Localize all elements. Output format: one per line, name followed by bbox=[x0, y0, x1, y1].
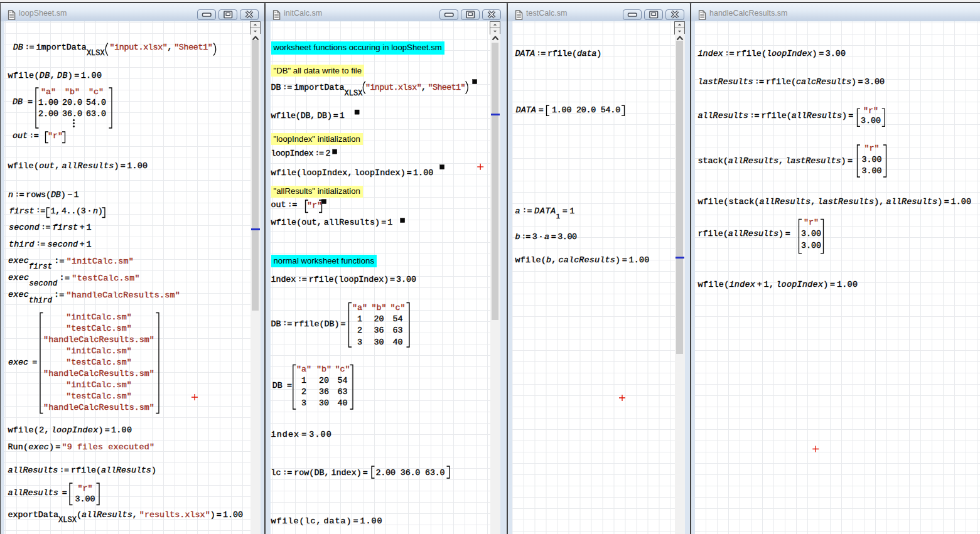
svg-text:"b": "b" bbox=[65, 87, 80, 97]
svg-text:2.00 36.0 63.0: 2.00 36.0 63.0 bbox=[376, 468, 445, 478]
svg-text:30: 30 bbox=[374, 338, 384, 347]
svg-text:63.0: 63.0 bbox=[86, 109, 106, 119]
svg-text:"c": "c" bbox=[390, 303, 405, 312]
svg-text:1,4..(3·n): 1,4..(3·n) bbox=[51, 206, 103, 216]
svg-text:"testCalc.sm": "testCalc.sm" bbox=[66, 392, 131, 401]
svg-text:"b": "b" bbox=[316, 365, 331, 374]
svg-text:3.00: 3.00 bbox=[801, 229, 821, 238]
svg-text:54: 54 bbox=[337, 376, 347, 385]
svg-text:20: 20 bbox=[319, 376, 329, 385]
svg-text:index=3.00: index=3.00 bbox=[271, 430, 332, 439]
svg-text:loopIndex:=2: loopIndex:=2 bbox=[271, 149, 331, 158]
svg-text:execsecond:="testCalc.sm": execsecond:="testCalc.sm" bbox=[8, 273, 140, 288]
svg-text:"handleCalcResults.sm": "handleCalcResults.sm" bbox=[43, 369, 154, 378]
svg-text:a:=DATA1=1: a:=DATA1=1 bbox=[515, 206, 576, 221]
svg-text:Run(exec)="9 files executed": Run(exec)="9 files executed" bbox=[8, 442, 154, 452]
svg-text:"r": "r" bbox=[804, 218, 819, 227]
svg-text:allResults:=rfile(allResults)=: allResults:=rfile(allResults)= bbox=[698, 111, 854, 120]
svg-text:3.00: 3.00 bbox=[801, 241, 821, 250]
svg-text:out:=: out:= bbox=[13, 131, 39, 141]
svg-text:rfile(allResults)=: rfile(allResults)= bbox=[698, 229, 790, 238]
svg-text:lc:=row(DB,index)=: lc:=row(DB,index)= bbox=[271, 468, 368, 478]
svg-text:36: 36 bbox=[374, 326, 384, 335]
svg-text:"input.xlsx","Sheet1": "input.xlsx","Sheet1" bbox=[365, 83, 465, 92]
svg-text:"a": "a" bbox=[352, 303, 367, 312]
svg-text:exec=: exec= bbox=[8, 358, 37, 367]
svg-text:DB:=importDataXLSX: DB:=importDataXLSX bbox=[271, 83, 363, 98]
svg-text:"c": "c" bbox=[335, 365, 350, 374]
svg-text:DB:=importDataXLSX: DB:=importDataXLSX bbox=[13, 43, 105, 58]
svg-text:3.00: 3.00 bbox=[861, 166, 881, 176]
svg-text:"handleCalcResults.sm": "handleCalcResults.sm" bbox=[43, 403, 154, 412]
svg-text:"initCalc.sm": "initCalc.sm" bbox=[66, 346, 131, 356]
svg-text:36.0: 36.0 bbox=[62, 109, 82, 119]
svg-text:b:=3·a=3.00: b:=3·a=3.00 bbox=[515, 232, 577, 242]
svg-text:wfile(lc,data)=1.00: wfile(lc,data)=1.00 bbox=[271, 516, 383, 526]
svg-text:wfile(DB,DB)=1.00: wfile(DB,DB)=1.00 bbox=[8, 71, 102, 80]
svg-text:second:=first+1: second:=first+1 bbox=[9, 223, 92, 232]
svg-text:"initCalc.sm": "initCalc.sm" bbox=[66, 312, 131, 322]
svg-text:wfile(index+1,loopIndex)=1.00: wfile(index+1,loopIndex)=1.00 bbox=[698, 280, 858, 289]
svg-text:wfile(b,calcResults)=1.00: wfile(b,calcResults)=1.00 bbox=[515, 255, 650, 265]
svg-text:2: 2 bbox=[357, 326, 362, 335]
svg-text:54: 54 bbox=[392, 314, 402, 324]
svg-text:63: 63 bbox=[337, 387, 347, 397]
svg-text:"initCalc.sm": "initCalc.sm" bbox=[66, 380, 131, 390]
svg-text:3.00: 3.00 bbox=[861, 116, 881, 125]
svg-text:DATA=: DATA= bbox=[516, 105, 544, 115]
svg-text:3: 3 bbox=[301, 398, 306, 408]
svg-text:third:=second+1: third:=second+1 bbox=[9, 240, 92, 249]
svg-text:"c": "c" bbox=[89, 87, 104, 97]
svg-text:stack(allResults,lastResults)=: stack(allResults,lastResults)= bbox=[698, 156, 853, 166]
svg-text:wfile(out,allResults)=1.00: wfile(out,allResults)=1.00 bbox=[8, 161, 148, 171]
svg-text:"testCalc.sm": "testCalc.sm" bbox=[66, 324, 131, 333]
svg-text:n:=rows(DB)−1: n:=rows(DB)−1 bbox=[8, 190, 79, 200]
svg-text:allResults=: allResults= bbox=[8, 488, 67, 498]
svg-text:54.0: 54.0 bbox=[86, 98, 106, 107]
svg-text:DB:=rfile(DB)=: DB:=rfile(DB)= bbox=[271, 319, 346, 329]
svg-text:"a": "a" bbox=[41, 87, 56, 97]
svg-text:3.00: 3.00 bbox=[861, 155, 881, 164]
svg-text:"r": "r" bbox=[863, 106, 878, 115]
svg-text:"testCalc.sm": "testCalc.sm" bbox=[66, 358, 131, 367]
svg-text:36: 36 bbox=[319, 387, 329, 397]
svg-text:1: 1 bbox=[301, 376, 306, 385]
svg-text:1.00 20.0 54.0: 1.00 20.0 54.0 bbox=[552, 105, 620, 115]
svg-text:30: 30 bbox=[319, 398, 329, 408]
svg-text:DB=: DB= bbox=[13, 97, 33, 107]
svg-text:"r": "r" bbox=[77, 484, 92, 493]
svg-text:3: 3 bbox=[357, 338, 362, 347]
svg-text:"r": "r" bbox=[48, 131, 63, 141]
svg-text:"b": "b" bbox=[371, 303, 386, 312]
svg-text:wfile(loopIndex,loopIndex)=1.0: wfile(loopIndex,loopIndex)=1.00 bbox=[271, 168, 434, 178]
svg-text:63: 63 bbox=[392, 326, 402, 335]
svg-text:DB=: DB= bbox=[272, 381, 292, 390]
svg-text:40: 40 bbox=[392, 338, 402, 347]
svg-text:execfirst:="initCalc.sm": execfirst:="initCalc.sm" bbox=[8, 256, 134, 271]
svg-text:allResults:=rfile(allResults): allResults:=rfile(allResults) bbox=[8, 466, 156, 475]
svg-text:wfile(2,loopIndex)=1.00: wfile(2,loopIndex)=1.00 bbox=[8, 425, 132, 435]
svg-text:wfile(out,allResults)=1: wfile(out,allResults)=1 bbox=[271, 218, 393, 227]
svg-text:lastResults:=rfile(calcResults: lastResults:=rfile(calcResults)=3.00 bbox=[698, 77, 885, 87]
svg-text:1: 1 bbox=[357, 314, 362, 324]
svg-text:"r": "r" bbox=[864, 144, 879, 153]
svg-text:3.00: 3.00 bbox=[75, 494, 95, 504]
svg-text:2.00: 2.00 bbox=[38, 109, 58, 119]
svg-text:"handleCalcResults.sm": "handleCalcResults.sm" bbox=[43, 335, 154, 344]
svg-text:20: 20 bbox=[374, 314, 384, 324]
svg-text:2: 2 bbox=[301, 387, 306, 397]
svg-text:execthird:="handleCalcResults.: execthird:="handleCalcResults.sm" bbox=[8, 290, 180, 305]
svg-text:"a": "a" bbox=[296, 365, 311, 374]
svg-text:first:=: first:= bbox=[9, 206, 45, 216]
svg-text:40: 40 bbox=[337, 398, 347, 408]
svg-text:20.0: 20.0 bbox=[62, 98, 82, 107]
svg-text:1.00: 1.00 bbox=[38, 98, 58, 107]
svg-text:DATA:=rfile(data): DATA:=rfile(data) bbox=[515, 49, 601, 58]
svg-text:"input.xlsx","Sheet1": "input.xlsx","Sheet1" bbox=[110, 43, 213, 52]
svg-text:"r": "r" bbox=[307, 201, 322, 210]
svg-text:out:=: out:= bbox=[271, 200, 298, 210]
svg-text:index:=rfile(loopIndex)=3.00: index:=rfile(loopIndex)=3.00 bbox=[698, 49, 846, 58]
svg-text:wfile(DB,DB)=1: wfile(DB,DB)=1 bbox=[271, 111, 345, 120]
svg-text:exportDataXLSX(allResults,"res: exportDataXLSX(allResults,"results.xlsx"… bbox=[8, 510, 243, 525]
svg-text:index:=rfile(loopIndex)=3.00: index:=rfile(loopIndex)=3.00 bbox=[271, 275, 416, 284]
